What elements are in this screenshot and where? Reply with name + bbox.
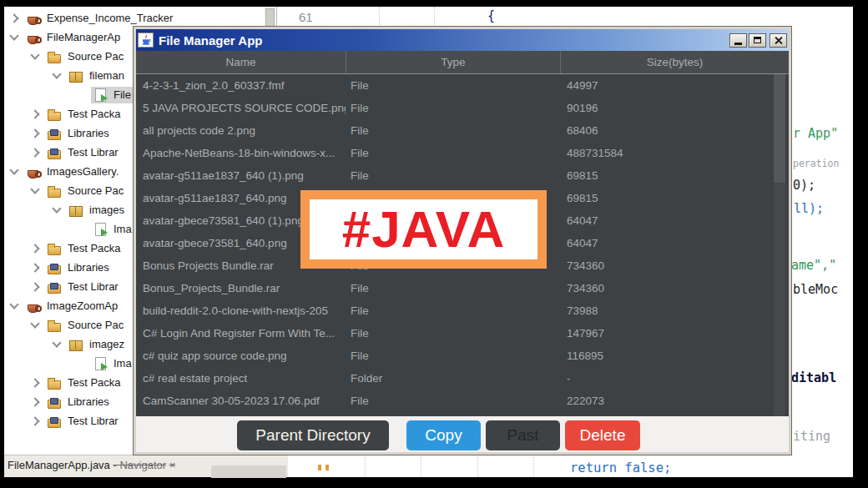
file-name: Apache-NetBeans-18-bin-windows-x... [136,147,346,159]
tree-expander-icon[interactable] [30,148,39,157]
table-row[interactable]: CamScanner 30-05-2023 17.06.pdf File 222… [136,390,789,412]
tree-expander-icon[interactable] [30,263,39,272]
tree-node[interactable]: Ima [91,355,136,372]
tree-node-icon [47,108,62,121]
tree-node[interactable]: Ima [91,221,136,238]
table-row[interactable]: all projects code 2.png File 68406 [136,119,789,142]
column-header-size[interactable]: Size(bytes) [560,51,789,73]
tree-node[interactable]: Test Packa [45,240,125,257]
table-scrollbar[interactable] [774,74,785,416]
tree-item-label: Expense_Income_Tracker [47,12,173,24]
copy-button[interactable]: Copy [406,420,481,450]
tree-expander-icon[interactable] [30,319,39,328]
tree-item-label: Test Librar [68,146,119,158]
parent-directory-button[interactable]: Parent Directory [237,420,389,450]
table-scrollbar-thumb[interactable] [774,74,785,183]
file-size: 147967 [560,327,789,340]
minimize-button[interactable] [729,33,747,48]
tree-node[interactable]: Libraries [45,259,114,276]
tree-expander-icon[interactable] [30,50,39,59]
tree-expander-icon[interactable] [9,165,18,174]
file-type: File [346,282,560,294]
tree-node-icon [47,319,62,332]
file-type: File [346,147,560,159]
tree-node[interactable]: File [91,87,135,103]
delete-button[interactable]: Delete [565,420,640,450]
tree-expander-icon[interactable] [30,244,39,253]
table-row[interactable]: c# quiz app source code.png File 116895 [136,345,789,367]
table-row[interactable]: 4-2-3-1_zion_2.0_60337.fmf File 44997 [136,74,789,97]
minimize-icon [734,43,742,45]
code-fragment: peration [793,158,839,169]
file-size: 64047 [560,237,789,249]
tree-expander-icon[interactable] [30,282,39,291]
tree-node[interactable]: fileman [67,68,129,84]
tree-node[interactable]: Libraries [45,394,114,410]
code-fragment: ll); [794,201,824,216]
tree-node[interactable]: Test Packa [45,106,125,123]
file-name: C# Login And Register Form With Te... [136,327,346,340]
file-size: 68406 [560,124,789,137]
tree-node[interactable]: Test Librar [45,413,123,430]
tree-expander-icon[interactable] [30,397,39,406]
navigator-tab[interactable]: FileManagerApp.java - Navigator × [8,459,175,471]
tree-node[interactable]: imagez [67,336,129,353]
close-button[interactable] [770,33,787,48]
tree-node[interactable]: Test Librar [45,279,123,295]
tree-node[interactable]: Expense_Income_Tracker [24,10,177,27]
file-size: 116895 [560,350,789,362]
tree-node[interactable]: ImagesGallery. [24,164,123,180]
maximize-button[interactable] [749,33,766,48]
tree-node-icon [93,223,108,236]
editor-line-number: 61 [299,10,313,24]
indent-guide [421,457,421,477]
tree-node[interactable]: Source Pac [45,317,128,334]
tree-expander-icon[interactable] [9,299,18,309]
file-size: 222073 [560,395,789,407]
table-row[interactable]: Bonus_Projects_Bundle.rar File 734360 [136,277,789,299]
tree-node-icon [47,261,62,274]
column-header-name[interactable]: Name [136,51,346,73]
code-fragment: { [487,8,495,23]
table-row[interactable]: build-reddit-2.0-clone-with-nextjs-205 F… [136,299,789,322]
window-titlebar[interactable]: File Manager App [136,29,789,51]
file-name: c# quiz app source code.png [136,350,346,362]
table-row[interactable]: 5 JAVA PROJECTS SOURCE CODE.png File 901… [136,97,789,119]
file-size: 69815 [560,192,789,204]
tree-expander-icon[interactable] [30,128,39,138]
tree-node[interactable]: Libraries [45,125,114,142]
tree-expander-icon[interactable] [30,416,39,425]
file-name: avatar-g511ae1837_640 (1).png [136,169,346,182]
paste-button[interactable]: Past [486,420,560,450]
tree-node[interactable]: Test Librar [45,144,123,161]
table-row[interactable]: c# real estate project Folder - [136,367,789,390]
file-size: 734360 [560,282,789,294]
tree-node-icon [47,127,62,140]
tree-node[interactable]: images [67,202,129,219]
file-size: 64047 [560,214,789,227]
tree-node[interactable]: ImageZoomAp [24,298,122,314]
tree-item-label: Test Packa [68,242,121,254]
tree-item-label: Libraries [68,261,109,274]
table-row[interactable]: Apache-NetBeans-18-bin-windows-x... File… [136,142,789,164]
tree-expander-icon[interactable] [52,204,61,213]
tree-expander-icon[interactable] [52,69,61,78]
tree-expander-icon[interactable] [30,378,39,387]
tree-expander-icon[interactable] [30,184,39,194]
tab-close-icon[interactable]: × [169,459,176,471]
tree-item[interactable]: Expense_Income_Tracker [4,8,276,28]
tree-scrollbar-thumb[interactable] [265,8,275,28]
column-header-type[interactable]: Type [346,51,560,73]
tree-expander-icon[interactable] [9,31,18,40]
tree-node[interactable]: Source Pac [45,48,128,65]
table-row[interactable]: avatar-g511ae1837_640 (1).png File 69815 [136,164,789,187]
screen: Expense_Income_Tracker FileManagerAp [0,0,868,488]
tree-node[interactable]: Source Pac [45,183,128,199]
tree-node[interactable]: FileManagerAp [24,29,124,46]
tree-expander-icon[interactable] [52,338,61,347]
table-row[interactable]: C# Login And Register Form With Te... Fi… [136,322,789,345]
file-type: File [346,327,560,340]
tree-expander-icon[interactable] [9,13,18,23]
tree-node[interactable]: Test Packa [45,375,125,391]
tree-expander-icon[interactable] [30,109,39,118]
